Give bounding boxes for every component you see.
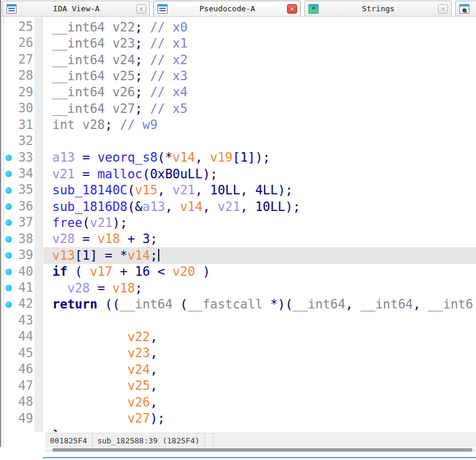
code-text[interactable] [43, 133, 476, 149]
code-text[interactable]: v21 = malloc(0xB0uLL); [43, 166, 476, 182]
code-token: sub_18140C [52, 183, 127, 197]
tab-label: IDA View-A [17, 4, 136, 13]
code-line[interactable]: 34v21 = malloc(0xB0uLL); [0, 166, 476, 182]
code-text[interactable]: __int64 v24; // x2 [43, 52, 476, 68]
code-token: ; [135, 36, 143, 51]
code-token: (( [97, 297, 120, 311]
code-line[interactable]: 39v13[1] = *v14; [0, 247, 476, 263]
line-number: 39 [13, 247, 33, 263]
line-marker-cell [4, 187, 13, 194]
code-token: ); [285, 200, 300, 214]
close-icon[interactable]: ✕ [136, 4, 146, 14]
pseudocode-pane[interactable]: 25__int64 v22; // x026__int64 v23; // x1… [0, 17, 476, 432]
code-token [52, 281, 67, 295]
close-icon[interactable]: ✕ [287, 4, 297, 14]
code-token: ); [112, 216, 127, 230]
code-text[interactable]: } [43, 427, 476, 432]
code-text[interactable]: v27); [43, 411, 476, 427]
code-line[interactable]: 41 v28 = v18; [0, 280, 476, 296]
code-line[interactable]: 27__int64 v24; // x2 [0, 52, 476, 68]
code-line[interactable]: 31int v28; // w9 [0, 117, 476, 133]
close-icon[interactable]: ✕ [438, 4, 448, 14]
current-line-text[interactable]: v13[1] = *v14; [43, 247, 476, 263]
line-number: 37 [13, 215, 33, 231]
line-number: 34 [13, 166, 33, 182]
code-line[interactable]: 25__int64 v22; // x0 [0, 19, 476, 35]
code-line[interactable]: 28__int64 v25; // x3 [0, 68, 476, 84]
code-line[interactable]: 29__int64 v26; // x4 [0, 84, 476, 100]
code-text[interactable]: __int64 v22; // x0 [43, 19, 476, 35]
line-marker-dot [5, 187, 12, 194]
code-line[interactable]: 42return ((__int64 (__fastcall *)(__int6… [0, 296, 476, 312]
code-token: 16 [135, 264, 150, 279]
code-line[interactable]: 43 [0, 313, 476, 329]
line-marker-cell [4, 236, 13, 242]
code-text[interactable]: free(v21); [43, 215, 476, 231]
tab-strings[interactable]: ” Strings ✕ [304, 1, 452, 16]
code-token: a13 [143, 200, 165, 214]
code-text[interactable] [43, 313, 476, 329]
code-text[interactable]: sub_18140C(v15, v21, 10LL, 4LL); [43, 182, 476, 198]
code-token: __int64 v26 [52, 85, 135, 99]
code-token: if [52, 264, 67, 279]
code-line[interactable]: 48 v26, [0, 394, 476, 410]
code-line[interactable]: 36sub_1816D8(&a13, v14, v21, 10LL); [0, 199, 476, 215]
code-text[interactable]: sub_1816D8(&a13, v14, v21, 10LL); [43, 199, 476, 215]
line-marker-dot [5, 252, 12, 259]
code-text[interactable]: v26, [43, 394, 476, 410]
line-number: 26 [13, 35, 33, 51]
code-token: ( [172, 297, 187, 311]
code-text[interactable]: __int64 v27; // x5 [43, 100, 476, 116]
code-line[interactable]: 45 v23, [0, 345, 476, 361]
code-line[interactable]: 33a13 = veorq_s8(*v14, v19[1]); [0, 150, 476, 166]
scrollbar-thumb[interactable] [52, 448, 472, 452]
code-token: 10LL [210, 183, 241, 197]
code-line[interactable]: 38v28 = v18 + 3; [0, 231, 476, 247]
code-text[interactable]: return ((__int64 (__fastcall *)(__int64,… [43, 296, 476, 312]
code-line[interactable]: } [0, 427, 476, 432]
line-marker-dot [5, 285, 12, 291]
tab-partial[interactable] [455, 1, 476, 16]
code-line[interactable]: 35sub_18140C(v15, v21, 10LL, 4LL); [0, 182, 476, 198]
tab-ida-view-a[interactable]: IDA View-A ✕ [2, 1, 150, 16]
code-text[interactable]: v23, [43, 345, 476, 361]
strings-icon: ” [308, 4, 319, 14]
code-token: v21 [90, 216, 112, 230]
code-token: v24 [127, 363, 150, 377]
line-marker-dot [5, 269, 12, 275]
code-token: v23 [127, 346, 150, 360]
code-text[interactable]: v28 = v18 + 3; [43, 231, 476, 247]
code-text[interactable]: __int64 v25; // x3 [43, 68, 476, 84]
code-token: , [345, 297, 360, 311]
code-token: v25 [127, 379, 150, 393]
code-line[interactable]: 32 [0, 133, 476, 149]
code-text[interactable]: a13 = veorq_s8(*v14, v19[1]); [43, 150, 476, 166]
code-text[interactable]: v25, [43, 378, 476, 394]
line-number: 47 [13, 378, 33, 394]
line-marker-cell [4, 219, 13, 226]
code-token: free [52, 216, 83, 230]
code-token: [1]); [233, 150, 270, 165]
code-text[interactable]: int v28; // w9 [43, 117, 476, 133]
code-token: , [195, 183, 210, 197]
code-line[interactable]: 40if ( v17 + 16 < v20 ) [0, 264, 476, 280]
code-text[interactable]: v28 = v18; [43, 280, 476, 296]
code-line[interactable]: 30__int64 v27; // x5 [0, 100, 476, 116]
code-token: veorq_s8 [97, 150, 157, 165]
code-line[interactable]: 49 v27); [0, 411, 476, 427]
code-text[interactable]: __int64 v23; // x1 [43, 35, 476, 51]
code-text[interactable]: v22, [43, 329, 476, 345]
code-line[interactable]: 46 v24, [0, 361, 476, 377]
code-text[interactable]: __int64 v26; // x4 [43, 84, 476, 100]
code-line[interactable]: 37free(v21); [0, 215, 476, 231]
code-text[interactable]: v24, [43, 361, 476, 377]
line-marker-cell [4, 203, 13, 210]
code-line[interactable]: 26__int64 v23; // x1 [0, 35, 476, 51]
tab-pseudocode-a[interactable]: Pseudocode-A ✕ [153, 1, 301, 16]
line-number: 35 [13, 182, 33, 198]
code-line[interactable]: 47 v25, [0, 378, 476, 394]
code-line[interactable]: 44 v22, [0, 329, 476, 345]
code-token: v19 [210, 150, 233, 165]
code-text[interactable]: if ( v17 + 16 < v20 ) [43, 264, 476, 280]
line-number: 33 [13, 150, 33, 166]
